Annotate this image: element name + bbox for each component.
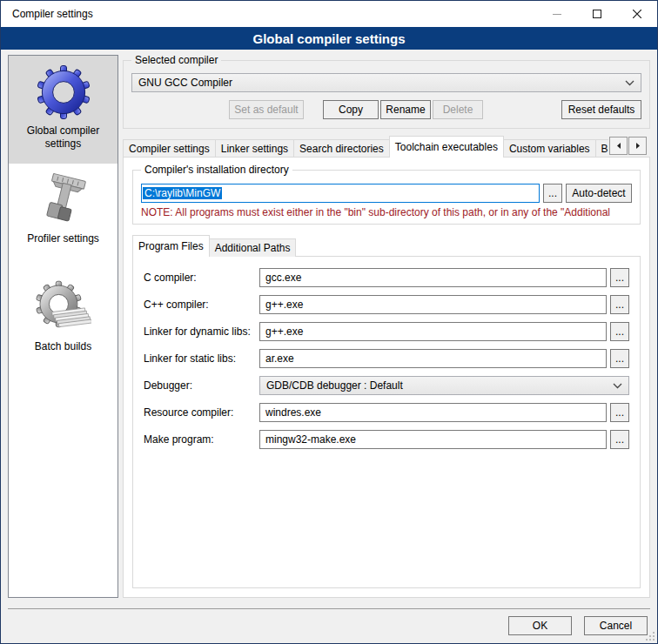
resize-grip[interactable] bbox=[645, 631, 655, 641]
tab-toolchain-executables[interactable]: Toolchain executables bbox=[389, 136, 504, 158]
static-linker-browse-button[interactable]: ... bbox=[610, 349, 629, 368]
tab-custom-variables[interactable]: Custom variables bbox=[503, 139, 596, 158]
sidebar-item-global-compiler-settings[interactable]: Global compiler settings bbox=[9, 56, 118, 164]
tab-linker-settings[interactable]: Linker settings bbox=[215, 139, 294, 158]
tab-scroll-left-button[interactable] bbox=[609, 137, 628, 155]
cancel-button[interactable]: Cancel bbox=[584, 616, 648, 635]
cpp-compiler-input[interactable] bbox=[259, 295, 607, 314]
dialog-body: Global compiler settings bbox=[1, 50, 657, 608]
minimize-button[interactable] bbox=[537, 1, 577, 27]
blue-gear-icon bbox=[36, 64, 91, 120]
program-files-tabstrip: Program Files Additional Paths bbox=[132, 235, 641, 257]
installation-directory-value: C:\raylib\MinGW bbox=[143, 187, 222, 199]
installation-directory-group: Compiler's installation directory C:\ray… bbox=[132, 170, 641, 225]
selected-compiler-label: Selected compiler bbox=[131, 54, 221, 66]
debugger-row: Debugger: GDB/CDB debugger : Default bbox=[144, 376, 629, 395]
static-linker-input[interactable] bbox=[259, 349, 607, 368]
tab-build-options[interactable]: Build options bbox=[595, 139, 608, 158]
compiler-buttons-row: Set as default Copy Rename Delete Reset … bbox=[131, 100, 641, 119]
tab-compiler-settings[interactable]: Compiler settings bbox=[123, 139, 216, 158]
chevron-down-icon bbox=[625, 80, 634, 86]
c-compiler-row: C compiler: ... bbox=[144, 268, 629, 287]
page-title: Global compiler settings bbox=[1, 27, 657, 50]
installation-directory-row: C:\raylib\MinGW ... Auto-detect bbox=[141, 184, 632, 203]
reset-defaults-button[interactable]: Reset defaults bbox=[561, 100, 641, 119]
tab-program-files[interactable]: Program Files bbox=[132, 235, 210, 257]
arrow-right-icon bbox=[634, 142, 641, 150]
tab-scroll-arrows bbox=[608, 137, 647, 155]
rename-button[interactable]: Rename bbox=[380, 100, 431, 119]
selected-compiler-group: Selected compiler GNU GCC Compiler Set a… bbox=[123, 60, 650, 129]
installation-note: NOTE: All programs must exist either in … bbox=[141, 206, 632, 218]
minimize-icon bbox=[553, 10, 561, 18]
dynamic-linker-row: Linker for dynamic libs: ... bbox=[144, 322, 629, 341]
main-tabs: Compiler settings Linker settings Search… bbox=[123, 136, 608, 158]
titlebar: Compiler settings bbox=[1, 1, 657, 27]
tab-scroll-right-button[interactable] bbox=[628, 137, 647, 155]
make-program-input[interactable] bbox=[259, 430, 607, 449]
window-title: Compiler settings bbox=[1, 8, 93, 20]
installation-directory-label: Compiler's installation directory bbox=[141, 164, 292, 176]
footer-separator bbox=[8, 608, 650, 609]
caption-buttons bbox=[537, 1, 657, 27]
delete-button[interactable]: Delete bbox=[433, 100, 483, 119]
sidebar-item-label: Batch builds bbox=[31, 340, 95, 353]
maximize-button[interactable] bbox=[577, 1, 617, 27]
resource-compiler-input[interactable] bbox=[259, 403, 607, 422]
c-compiler-label: C compiler: bbox=[144, 272, 259, 284]
dynamic-linker-label: Linker for dynamic libs: bbox=[144, 325, 259, 338]
arrow-left-icon bbox=[615, 142, 622, 150]
cpp-compiler-label: C++ compiler: bbox=[144, 299, 259, 311]
compiler-select[interactable]: GNU GCC Compiler bbox=[131, 73, 641, 92]
c-compiler-browse-button[interactable]: ... bbox=[610, 268, 629, 287]
maximize-icon bbox=[593, 10, 601, 18]
debugger-select-value: GDB/CDB debugger : Default bbox=[266, 379, 613, 392]
resource-compiler-label: Resource compiler: bbox=[144, 406, 259, 419]
resource-compiler-browse-button[interactable]: ... bbox=[610, 403, 629, 422]
cpp-compiler-row: C++ compiler: ... bbox=[144, 295, 629, 314]
sidebar-item-label: Global compiler settings bbox=[9, 124, 118, 151]
sidebar-item-batch-builds[interactable]: Batch builds bbox=[9, 272, 118, 379]
tab-additional-paths[interactable]: Additional Paths bbox=[209, 238, 297, 257]
make-program-label: Make program: bbox=[144, 433, 259, 446]
dynamic-linker-input[interactable] bbox=[259, 322, 607, 341]
installation-directory-input[interactable]: C:\raylib\MinGW bbox=[141, 184, 540, 203]
chevron-down-icon bbox=[613, 383, 622, 389]
set-as-default-button[interactable]: Set as default bbox=[229, 100, 304, 119]
auto-detect-button[interactable]: Auto-detect bbox=[566, 184, 632, 203]
cpp-compiler-browse-button[interactable]: ... bbox=[610, 295, 629, 314]
toolchain-executables-page: Compiler's installation directory C:\ray… bbox=[123, 157, 650, 598]
tab-search-directories[interactable]: Search directories bbox=[293, 139, 390, 158]
footer-buttons: OK Cancel bbox=[508, 616, 648, 635]
c-compiler-input[interactable] bbox=[259, 268, 607, 287]
compiler-select-value: GNU GCC Compiler bbox=[138, 77, 625, 89]
static-linker-label: Linker for static libs: bbox=[144, 352, 259, 365]
close-icon bbox=[633, 10, 641, 18]
settings-category-list: Global compiler settings bbox=[8, 55, 118, 598]
copy-button[interactable]: Copy bbox=[323, 100, 379, 119]
browse-directory-button[interactable]: ... bbox=[543, 184, 562, 203]
static-linker-row: Linker for static libs: ... bbox=[144, 349, 629, 368]
debugger-select[interactable]: GDB/CDB debugger : Default bbox=[259, 376, 629, 395]
close-button[interactable] bbox=[617, 1, 657, 27]
compiler-settings-dialog: Compiler settings Global compiler settin… bbox=[0, 0, 658, 644]
debugger-label: Debugger: bbox=[144, 379, 259, 392]
sidebar-item-profiler-settings[interactable]: Profiler settings bbox=[9, 164, 118, 272]
gray-gear-stack-icon bbox=[36, 280, 91, 336]
dynamic-linker-browse-button[interactable]: ... bbox=[610, 322, 629, 341]
make-program-browse-button[interactable]: ... bbox=[610, 430, 629, 449]
settings-pane: Selected compiler GNU GCC Compiler Set a… bbox=[123, 50, 650, 598]
caliper-icon bbox=[36, 172, 91, 228]
program-files-tabs: Program Files Additional Paths bbox=[132, 235, 641, 257]
sidebar-item-label: Profiler settings bbox=[24, 232, 103, 245]
resource-compiler-row: Resource compiler: ... bbox=[144, 403, 629, 422]
program-files-page: C compiler: ... C++ compiler: ... bbox=[132, 256, 641, 588]
main-tabstrip: Compiler settings Linker settings Search… bbox=[123, 136, 650, 158]
ok-button[interactable]: OK bbox=[508, 616, 572, 635]
dialog-footer: OK Cancel bbox=[1, 608, 657, 643]
make-program-row: Make program: ... bbox=[144, 430, 629, 449]
